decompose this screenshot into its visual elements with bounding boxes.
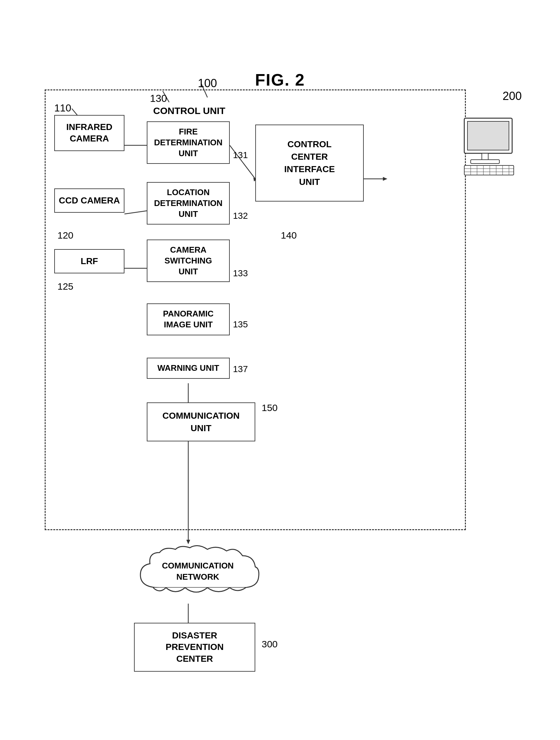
ref-133: 133 — [233, 268, 248, 278]
control-unit-label: CONTROL UNIT — [153, 105, 225, 116]
panoramic-image-box: PANORAMICIMAGE UNIT — [147, 303, 230, 335]
figure-title: FIG. 2 — [25, 51, 535, 89]
control-center-interface-box: CONTROLCENTERINTERFACEUNIT — [255, 124, 364, 201]
ccd-camera-box: CCD CAMERA — [54, 188, 124, 213]
svg-rect-20 — [467, 121, 509, 150]
label-ccd-120: 120 — [58, 230, 74, 241]
svg-text:NETWORK: NETWORK — [177, 572, 220, 581]
label-control-unit-130: 130 — [150, 93, 167, 104]
communication-network-cloud: COMMUNICATION NETWORK — [134, 540, 262, 605]
svg-rect-22 — [471, 160, 499, 164]
svg-rect-23 — [464, 166, 514, 175]
label-comm-150: 150 — [262, 402, 277, 413]
communication-unit-box: COMMUNICATIONUNIT — [147, 402, 255, 441]
label-ccif-140: 140 — [281, 230, 297, 241]
svg-text:COMMUNICATION: COMMUNICATION — [162, 561, 234, 570]
disaster-prevention-box: DISASTERPREVENTIONCENTER — [134, 623, 255, 672]
svg-rect-21 — [482, 153, 488, 160]
infrared-camera-box: INFRAREDCAMERA — [54, 115, 124, 151]
location-determination-box: LOCATIONDETERMINATIONUNIT — [147, 182, 230, 224]
warning-unit-box: WARNING UNIT — [147, 358, 230, 379]
camera-switching-box: CAMERASWITCHINGUNIT — [147, 240, 230, 282]
ref-131: 131 — [233, 150, 248, 160]
label-disaster-300: 300 — [262, 639, 277, 650]
label-system-100: 100 — [198, 77, 217, 90]
ref-132: 132 — [233, 211, 248, 221]
computer-icon — [461, 115, 525, 180]
ref-135: 135 — [233, 319, 248, 330]
label-computer-200: 200 — [502, 89, 522, 103]
label-lrf-125: 125 — [58, 281, 74, 292]
ref-137: 137 — [233, 364, 248, 374]
fire-determination-box: FIREDETERMINATIONUNIT — [147, 121, 230, 164]
label-camera-group-110: 110 — [54, 102, 71, 114]
lrf-box: LRF — [54, 249, 124, 273]
